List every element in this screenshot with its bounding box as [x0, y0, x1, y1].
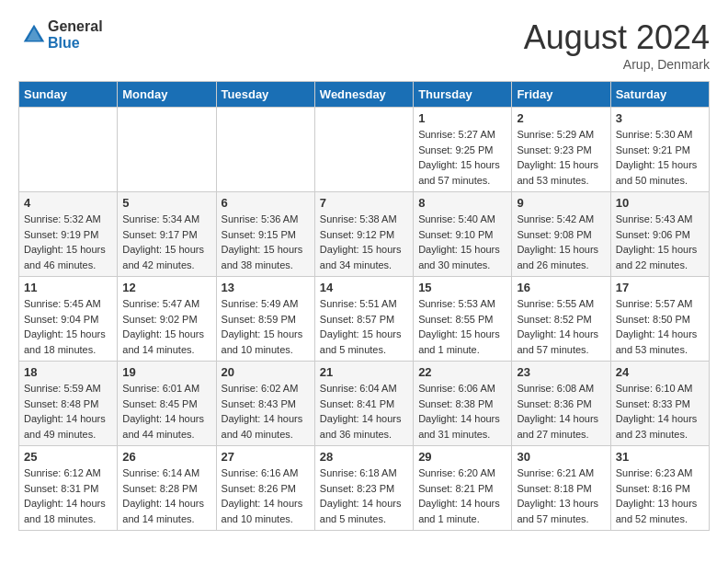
calendar-cell: 20Sunrise: 6:02 AM Sunset: 8:43 PM Dayli… [216, 362, 314, 446]
day-info: Sunrise: 5:34 AM Sunset: 9:17 PM Dayligh… [122, 212, 210, 272]
day-info: Sunrise: 5:32 AM Sunset: 9:19 PM Dayligh… [24, 212, 112, 272]
calendar-cell: 12Sunrise: 5:47 AM Sunset: 9:02 PM Dayli… [118, 277, 216, 362]
logo-icon [20, 21, 48, 49]
day-info: Sunrise: 6:21 AM Sunset: 8:18 PM Dayligh… [517, 465, 605, 526]
day-info: Sunrise: 6:18 AM Sunset: 8:23 PM Dayligh… [320, 465, 408, 526]
day-number: 21 [320, 365, 408, 379]
calendar-cell: 25Sunrise: 6:12 AM Sunset: 8:31 PM Dayli… [19, 446, 118, 531]
day-number: 28 [320, 450, 408, 464]
logo: General Blue [18, 18, 103, 52]
calendar-cell: 11Sunrise: 5:45 AM Sunset: 9:04 PM Dayli… [19, 277, 118, 362]
day-info: Sunrise: 5:36 AM Sunset: 9:15 PM Dayligh… [222, 212, 310, 272]
day-number: 14 [320, 281, 408, 294]
day-number: 29 [418, 450, 506, 464]
day-number: 26 [122, 450, 210, 464]
day-number: 5 [122, 196, 210, 210]
calendar-cell [314, 108, 413, 192]
day-number: 24 [616, 365, 704, 379]
calendar-cell [216, 108, 314, 192]
page-header: General Blue August 2024 Arup, Denmark [18, 18, 710, 72]
calendar-cell: 23Sunrise: 6:08 AM Sunset: 8:36 PM Dayli… [512, 362, 610, 446]
day-number: 16 [517, 281, 605, 294]
day-info: Sunrise: 5:59 AM Sunset: 8:48 PM Dayligh… [24, 381, 112, 442]
day-header-saturday: Saturday [610, 82, 709, 108]
day-number: 9 [517, 196, 605, 210]
day-info: Sunrise: 6:10 AM Sunset: 8:33 PM Dayligh… [616, 381, 704, 442]
day-number: 15 [418, 281, 506, 294]
calendar-table: SundayMondayTuesdayWednesdayThursdayFrid… [18, 81, 710, 531]
calendar-cell [118, 108, 216, 192]
day-number: 11 [24, 281, 112, 294]
day-info: Sunrise: 5:29 AM Sunset: 9:23 PM Dayligh… [517, 127, 605, 188]
calendar-cell: 29Sunrise: 6:20 AM Sunset: 8:21 PM Dayli… [414, 446, 512, 531]
day-info: Sunrise: 5:38 AM Sunset: 9:12 PM Dayligh… [320, 212, 408, 272]
logo-general: General [48, 18, 103, 34]
calendar-cell: 7Sunrise: 5:38 AM Sunset: 9:12 PM Daylig… [314, 192, 413, 277]
day-info: Sunrise: 6:23 AM Sunset: 8:16 PM Dayligh… [616, 465, 704, 526]
calendar-cell: 19Sunrise: 6:01 AM Sunset: 8:45 PM Dayli… [118, 362, 216, 446]
title-block: August 2024 Arup, Denmark [524, 18, 710, 72]
day-info: Sunrise: 5:53 AM Sunset: 8:55 PM Dayligh… [418, 296, 506, 357]
day-header-sunday: Sunday [19, 82, 118, 108]
day-info: Sunrise: 5:55 AM Sunset: 8:52 PM Dayligh… [517, 296, 605, 357]
day-number: 23 [517, 365, 605, 379]
day-header-monday: Monday [118, 82, 216, 108]
calendar-cell: 31Sunrise: 6:23 AM Sunset: 8:16 PM Dayli… [610, 446, 709, 531]
day-header-thursday: Thursday [414, 82, 512, 108]
day-number: 6 [222, 196, 310, 210]
location: Arup, Denmark [524, 57, 710, 72]
day-number: 4 [24, 196, 112, 210]
day-info: Sunrise: 6:04 AM Sunset: 8:41 PM Dayligh… [320, 381, 408, 442]
calendar-cell: 10Sunrise: 5:43 AM Sunset: 9:06 PM Dayli… [610, 192, 709, 277]
day-number: 2 [517, 111, 605, 125]
logo-blue: Blue [48, 35, 80, 51]
calendar-cell: 8Sunrise: 5:40 AM Sunset: 9:10 PM Daylig… [414, 192, 512, 277]
day-number: 8 [418, 196, 506, 210]
day-number: 18 [24, 365, 112, 379]
calendar-cell: 3Sunrise: 5:30 AM Sunset: 9:21 PM Daylig… [610, 108, 709, 192]
day-number: 1 [418, 111, 506, 125]
day-info: Sunrise: 6:20 AM Sunset: 8:21 PM Dayligh… [418, 465, 506, 526]
day-info: Sunrise: 5:27 AM Sunset: 9:25 PM Dayligh… [418, 127, 506, 188]
day-info: Sunrise: 6:16 AM Sunset: 8:26 PM Dayligh… [222, 465, 310, 526]
calendar-cell: 27Sunrise: 6:16 AM Sunset: 8:26 PM Dayli… [216, 446, 314, 531]
calendar-cell: 6Sunrise: 5:36 AM Sunset: 9:15 PM Daylig… [216, 192, 314, 277]
calendar-cell: 1Sunrise: 5:27 AM Sunset: 9:25 PM Daylig… [414, 108, 512, 192]
day-info: Sunrise: 5:30 AM Sunset: 9:21 PM Dayligh… [616, 127, 704, 188]
day-number: 17 [616, 281, 704, 294]
day-number: 7 [320, 196, 408, 210]
calendar-cell: 26Sunrise: 6:14 AM Sunset: 8:28 PM Dayli… [118, 446, 216, 531]
day-number: 19 [122, 365, 210, 379]
day-info: Sunrise: 5:40 AM Sunset: 9:10 PM Dayligh… [418, 212, 506, 272]
calendar-cell: 2Sunrise: 5:29 AM Sunset: 9:23 PM Daylig… [512, 108, 610, 192]
day-info: Sunrise: 6:12 AM Sunset: 8:31 PM Dayligh… [24, 465, 112, 526]
day-header-wednesday: Wednesday [314, 82, 413, 108]
day-header-tuesday: Tuesday [216, 82, 314, 108]
calendar-cell: 5Sunrise: 5:34 AM Sunset: 9:17 PM Daylig… [118, 192, 216, 277]
day-info: Sunrise: 6:06 AM Sunset: 8:38 PM Dayligh… [418, 381, 506, 442]
day-info: Sunrise: 5:49 AM Sunset: 8:59 PM Dayligh… [222, 296, 310, 357]
month-year: August 2024 [524, 18, 710, 57]
calendar-cell: 18Sunrise: 5:59 AM Sunset: 8:48 PM Dayli… [19, 362, 118, 446]
day-number: 30 [517, 450, 605, 464]
day-number: 20 [222, 365, 310, 379]
day-number: 10 [616, 196, 704, 210]
calendar-cell: 22Sunrise: 6:06 AM Sunset: 8:38 PM Dayli… [414, 362, 512, 446]
calendar-cell: 15Sunrise: 5:53 AM Sunset: 8:55 PM Dayli… [414, 277, 512, 362]
calendar-cell: 30Sunrise: 6:21 AM Sunset: 8:18 PM Dayli… [512, 446, 610, 531]
calendar-cell: 16Sunrise: 5:55 AM Sunset: 8:52 PM Dayli… [512, 277, 610, 362]
day-number: 27 [222, 450, 310, 464]
day-number: 3 [616, 111, 704, 125]
day-number: 22 [418, 365, 506, 379]
day-number: 12 [122, 281, 210, 294]
calendar-cell: 28Sunrise: 6:18 AM Sunset: 8:23 PM Dayli… [314, 446, 413, 531]
day-number: 25 [24, 450, 112, 464]
calendar-cell: 4Sunrise: 5:32 AM Sunset: 9:19 PM Daylig… [19, 192, 118, 277]
calendar-cell: 13Sunrise: 5:49 AM Sunset: 8:59 PM Dayli… [216, 277, 314, 362]
day-info: Sunrise: 6:01 AM Sunset: 8:45 PM Dayligh… [122, 381, 210, 442]
day-number: 13 [222, 281, 310, 294]
day-info: Sunrise: 5:51 AM Sunset: 8:57 PM Dayligh… [320, 296, 408, 357]
day-info: Sunrise: 6:14 AM Sunset: 8:28 PM Dayligh… [122, 465, 210, 526]
calendar-cell: 21Sunrise: 6:04 AM Sunset: 8:41 PM Dayli… [314, 362, 413, 446]
day-info: Sunrise: 6:02 AM Sunset: 8:43 PM Dayligh… [222, 381, 310, 442]
